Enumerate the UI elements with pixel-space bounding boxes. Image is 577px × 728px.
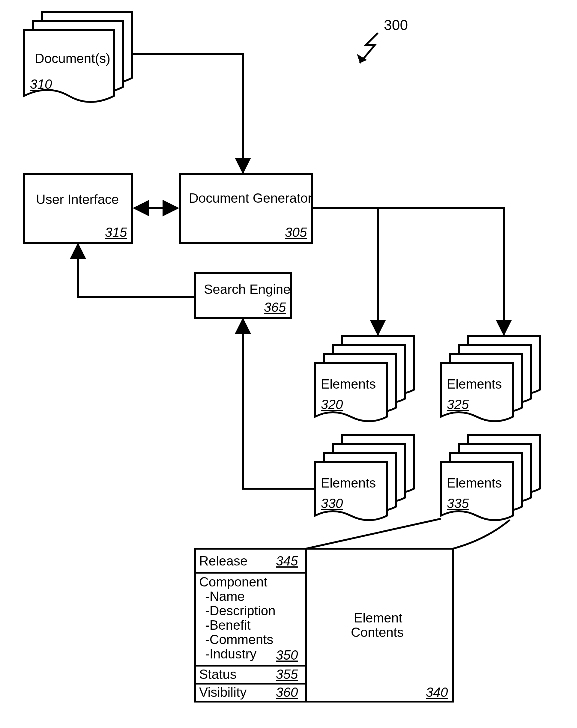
elements-block-335: Elements 335: [441, 435, 540, 520]
document-generator-block: Document Generator 305: [180, 174, 312, 243]
search-engine-block: Search Engine 365: [195, 273, 291, 318]
arrow-330-to-search: [243, 319, 315, 489]
visibility-ref: 360: [276, 685, 298, 700]
elements-325-ref: 325: [447, 397, 469, 412]
component-item-3: -Comments: [205, 632, 273, 647]
search-engine-label: Search Engine: [204, 282, 291, 296]
figure-ref-label: 300: [384, 17, 408, 33]
status-ref: 355: [276, 667, 298, 681]
callout-right-line: [453, 520, 510, 549]
figure-ref: 300: [357, 17, 408, 63]
detail-table: Release 345 Component -Name -Description…: [195, 549, 453, 702]
elements-330-label: Elements: [321, 475, 376, 490]
release-ref: 345: [276, 553, 298, 568]
documents-ref: 310: [30, 77, 52, 92]
component-label: Component: [199, 574, 267, 589]
elements-335-ref: 335: [447, 496, 469, 511]
elements-330-ref: 330: [321, 496, 343, 511]
diagram-canvas: 300 Document(s) 310 User Interface 315 D…: [0, 0, 577, 728]
status-label: Status: [199, 667, 236, 681]
component-item-1: -Description: [205, 603, 276, 618]
elements-320-label: Elements: [321, 376, 376, 391]
component-item-2: -Benefit: [205, 618, 251, 632]
element-contents-ref: 340: [426, 685, 448, 700]
user-interface-block: User Interface 315: [24, 174, 132, 243]
arrow-search-to-ui: [78, 244, 195, 297]
visibility-label: Visibility: [199, 685, 247, 700]
arrow-docs-to-gen: [131, 54, 243, 173]
component-item-0: -Name: [205, 589, 245, 603]
elements-block-330: Elements 330: [315, 435, 414, 520]
element-contents-line2: Contents: [351, 625, 404, 640]
elements-320-ref: 320: [321, 397, 343, 412]
release-label: Release: [199, 553, 247, 568]
elements-325-label: Elements: [447, 376, 502, 391]
element-contents-line1: Element: [354, 610, 402, 625]
elements-block-325: Elements 325: [441, 336, 540, 421]
component-ref: 350: [276, 648, 298, 662]
component-item-4: -Industry: [205, 646, 256, 661]
elements-335-label: Elements: [447, 475, 502, 490]
document-generator-ref: 305: [285, 225, 307, 239]
elements-block-320: Elements 320: [315, 336, 414, 421]
user-interface-ref: 315: [105, 225, 127, 239]
documents-block: Document(s) 310: [24, 12, 132, 102]
user-interface-label: User Interface: [36, 192, 119, 207]
search-engine-ref: 365: [264, 300, 286, 314]
documents-label: Document(s): [35, 51, 110, 66]
arrow-gen-to-325: [378, 208, 504, 335]
document-generator-label: Document Generator: [189, 191, 312, 205]
callout-left-line: [306, 519, 441, 549]
